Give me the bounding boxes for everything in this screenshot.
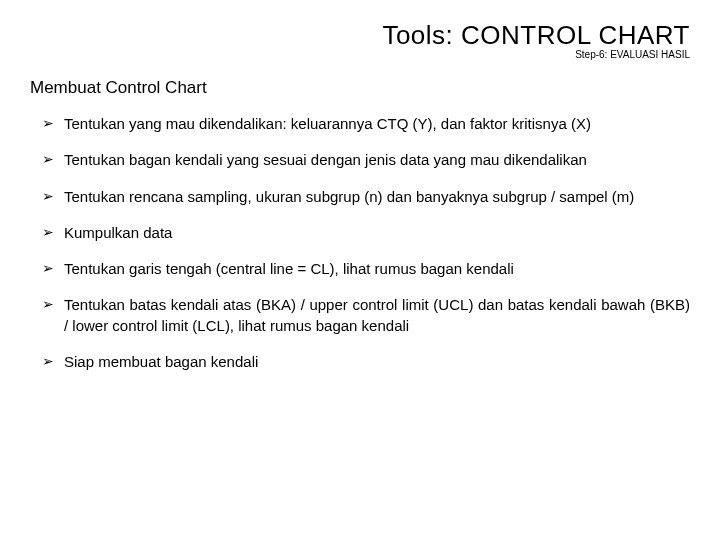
bullet-icon: ➢ [42, 352, 54, 372]
slide-container: Tools: CONTROL CHART Step-6: EVALUASI HA… [0, 0, 720, 540]
list-item-text: Tentukan batas kendali atas (BKA) / uppe… [64, 295, 690, 336]
list-item-text: Tentukan rencana sampling, ukuran subgru… [64, 187, 690, 207]
list-item: ➢ Tentukan rencana sampling, ukuran subg… [42, 187, 690, 207]
list-item: ➢ Siap membuat bagan kendali [42, 352, 690, 372]
bullet-icon: ➢ [42, 150, 54, 170]
list-item-text: Siap membuat bagan kendali [64, 352, 690, 372]
list-item-text: Tentukan garis tengah (central line = CL… [64, 259, 690, 279]
list-item-text: Tentukan yang mau dikendalikan: keluaran… [64, 114, 690, 134]
list-item: ➢ Kumpulkan data [42, 223, 690, 243]
section-heading: Membuat Control Chart [30, 78, 690, 98]
list-item: ➢ Tentukan yang mau dikendalikan: keluar… [42, 114, 690, 134]
list-item-text: Kumpulkan data [64, 223, 690, 243]
list-item-text: Tentukan bagan kendali yang sesuai denga… [64, 150, 690, 170]
bullet-icon: ➢ [42, 259, 54, 279]
bullet-icon: ➢ [42, 295, 54, 315]
page-title: Tools: CONTROL CHART [30, 20, 690, 51]
bullet-icon: ➢ [42, 223, 54, 243]
bullet-icon: ➢ [42, 114, 54, 134]
page-subtitle: Step-6: EVALUASI HASIL [30, 49, 690, 60]
list-item: ➢ Tentukan batas kendali atas (BKA) / up… [42, 295, 690, 336]
bullet-icon: ➢ [42, 187, 54, 207]
bullet-list: ➢ Tentukan yang mau dikendalikan: keluar… [30, 114, 690, 372]
list-item: ➢ Tentukan bagan kendali yang sesuai den… [42, 150, 690, 170]
list-item: ➢ Tentukan garis tengah (central line = … [42, 259, 690, 279]
